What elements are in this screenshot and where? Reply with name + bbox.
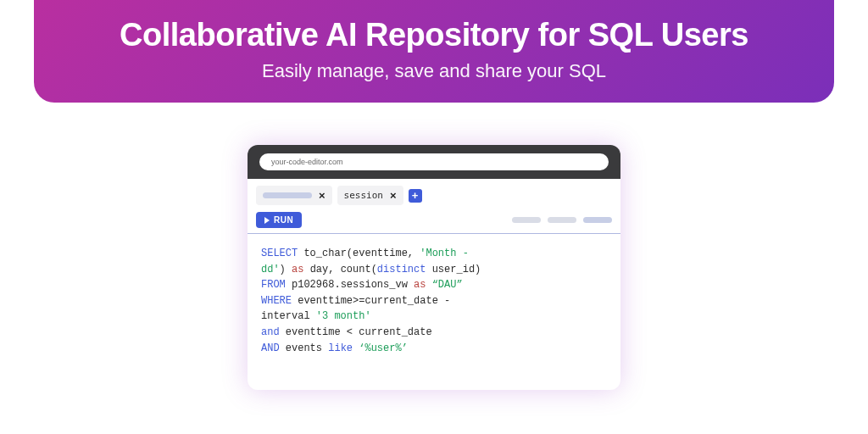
close-icon[interactable]: × [390,190,397,201]
tabs-row: × session × + [248,179,620,209]
code-editor-window: your-code-editor.com × session × + RUN S… [248,145,620,390]
toolbar-placeholder [583,217,612,223]
url-bar[interactable]: your-code-editor.com [259,153,609,170]
tab-1-label-placeholder [263,192,312,198]
hero-title: Collaborative AI Repository for SQL User… [68,17,800,53]
run-button[interactable]: RUN [256,212,302,228]
add-tab-button[interactable]: + [409,189,422,203]
hero-subtitle: Easily manage, save and share your SQL [68,60,800,82]
tab-session[interactable]: session × [337,186,403,205]
toolbar-placeholder [548,217,576,223]
tab-session-label: session [344,190,383,201]
editor-toolbar: RUN [248,209,620,234]
code-editor[interactable]: SELECT to_char(eventtime, 'Month - dd') … [248,234,620,390]
run-button-label: RUN [274,215,293,225]
browser-chrome: your-code-editor.com [248,145,620,179]
tab-1[interactable]: × [256,186,332,205]
toolbar-placeholder [512,217,541,223]
close-icon[interactable]: × [319,190,326,201]
play-icon [264,217,270,224]
hero-banner: Collaborative AI Repository for SQL User… [34,0,834,103]
